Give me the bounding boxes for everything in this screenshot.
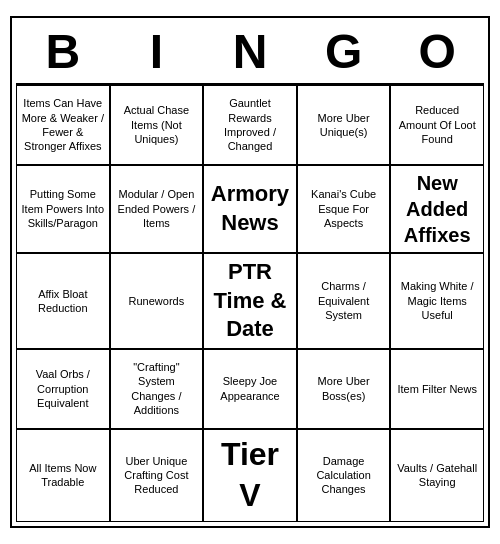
bingo-cell-20: All Items Now Tradable <box>16 429 110 522</box>
bingo-cell-6: Modular / Open Ended Powers / Items <box>110 165 204 253</box>
bingo-cell-5: Putting Some Item Powers Into Skills/Par… <box>16 165 110 253</box>
bingo-cell-21: Uber Unique Crafting Cost Reduced <box>110 429 204 522</box>
header-i: I <box>110 22 204 83</box>
bingo-cell-4: Reduced Amount Of Loot Found <box>390 85 484 165</box>
bingo-cell-15: Vaal Orbs / Corruption Equivalent <box>16 349 110 429</box>
bingo-cell-11: Runewords <box>110 253 204 349</box>
bingo-cell-22: Tier V <box>203 429 297 522</box>
bingo-cell-24: Vaults / Gatehall Staying <box>390 429 484 522</box>
bingo-cell-10: Affix Bloat Reduction <box>16 253 110 349</box>
bingo-cell-12: PTR Time & Date <box>203 253 297 349</box>
bingo-cell-3: More Uber Unique(s) <box>297 85 391 165</box>
bingo-cell-19: Item Filter News <box>390 349 484 429</box>
bingo-cell-17: Sleepy Joe Appearance <box>203 349 297 429</box>
bingo-header: B I N G O <box>16 22 484 83</box>
bingo-card: B I N G O Items Can Have More & Weaker /… <box>10 16 490 528</box>
bingo-cell-13: Charms / Equivalent System <box>297 253 391 349</box>
bingo-cell-2: Gauntlet Rewards Improved / Changed <box>203 85 297 165</box>
bingo-cell-23: Damage Calculation Changes <box>297 429 391 522</box>
bingo-cell-18: More Uber Boss(es) <box>297 349 391 429</box>
bingo-cell-8: Kanai's Cube Esque For Aspects <box>297 165 391 253</box>
header-o: O <box>390 22 484 83</box>
bingo-grid: Items Can Have More & Weaker / Fewer & S… <box>16 83 484 522</box>
header-g: G <box>297 22 391 83</box>
bingo-cell-7: Armory News <box>203 165 297 253</box>
bingo-cell-14: Making White / Magic Items Useful <box>390 253 484 349</box>
bingo-cell-0: Items Can Have More & Weaker / Fewer & S… <box>16 85 110 165</box>
bingo-cell-1: Actual Chase Items (Not Uniques) <box>110 85 204 165</box>
header-n: N <box>203 22 297 83</box>
bingo-cell-9: New Added Affixes <box>390 165 484 253</box>
bingo-cell-16: "Crafting" System Changes / Additions <box>110 349 204 429</box>
header-b: B <box>16 22 110 83</box>
